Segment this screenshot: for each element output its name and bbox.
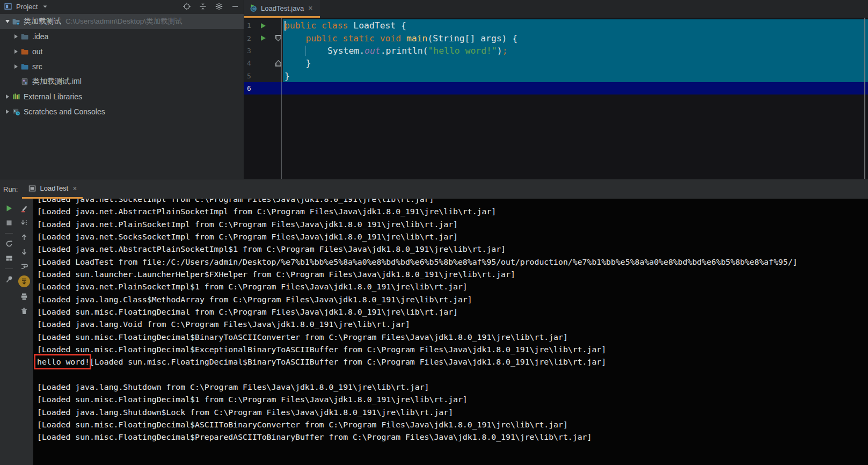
fold-marker-icon[interactable] [269, 35, 283, 41]
editor-scrollbar[interactable] [864, 18, 865, 179]
rerun-attach-button[interactable] [4, 238, 14, 249]
console-line: [Loaded sun.launcher.LauncherHelper$FXHe… [37, 268, 868, 280]
code-line-2[interactable]: 2 public static void main(String[] args)… [244, 32, 868, 44]
run-panel-header: Run: LoadTest × [0, 179, 868, 199]
rerun-button[interactable] [4, 203, 14, 214]
code-token: } [285, 58, 311, 68]
code-token [285, 33, 305, 43]
code-line-6[interactable]: 6 [244, 82, 868, 95]
module-file-icon [20, 77, 29, 86]
pencil-button[interactable] [19, 203, 30, 214]
run-tab-label: LoadTest [40, 184, 68, 192]
code-editor[interactable]: 1public class LoadTest {2 public static … [244, 18, 868, 179]
arrow-right-icon[interactable] [12, 64, 20, 69]
soft-wrap-button[interactable] [19, 261, 30, 272]
up-icon [20, 233, 28, 242]
code-token: } [285, 71, 290, 81]
libraries-icon [12, 92, 20, 101]
hide-panel-icon[interactable] [231, 2, 239, 11]
play-icon [5, 204, 13, 213]
code-line-text[interactable]: System.out.println("hello word!"); [283, 45, 868, 57]
scratches-icon [12, 107, 20, 116]
code-line-1[interactable]: 1public class LoadTest { [244, 19, 868, 32]
close-icon[interactable]: × [308, 4, 312, 12]
run-line-icon[interactable] [257, 23, 269, 28]
tree-item-idea[interactable]: .idea [0, 29, 244, 44]
editor-area: LoadTest.java × 1public class LoadTest {… [244, 0, 868, 179]
scroll-to-end-button[interactable] [18, 275, 30, 287]
collapse-all-icon[interactable] [199, 2, 207, 11]
console-line: [Loaded java.lang.Void from C:\Program F… [37, 318, 868, 330]
code-line-text[interactable] [283, 82, 868, 95]
arrow-right-icon[interactable] [12, 49, 20, 54]
editor-tab-bar: LoadTest.java × [244, 0, 868, 18]
folder-idea-icon [20, 32, 29, 41]
project-tool-window: Project 类加载测试C:\Users\admin\Desktop\类加载测… [0, 0, 244, 179]
console-line: [Loaded java.net.PlainSocketImpl$1 from … [37, 280, 868, 293]
code-line-4[interactable]: 4 } [244, 57, 868, 69]
console-line: [Loaded java.lang.Shutdown$Lock from C:\… [37, 406, 868, 418]
pencil-icon [20, 204, 28, 213]
toolbar-column-run [4, 203, 14, 465]
arrow-down-icon[interactable] [3, 20, 12, 23]
run-line-icon[interactable] [257, 35, 269, 41]
gutter-fold-line [281, 18, 282, 179]
tree-item-scratches-and-consoles[interactable]: Scratches and Consoles [0, 104, 244, 119]
scroll-down-button[interactable] [19, 217, 30, 228]
arrow-right-icon[interactable] [12, 34, 20, 39]
stop-button[interactable] [4, 217, 14, 228]
restart-icon [5, 239, 13, 248]
tree-item-类加载测试[interactable]: 类加载测试C:\Users\admin\Desktop\类加载测试 [0, 14, 244, 29]
arrow-right-icon[interactable] [3, 95, 12, 99]
code-token: System. [306, 46, 364, 56]
code-token: "hello word!" [428, 46, 497, 56]
folder-src-icon [20, 62, 29, 71]
code-token: .println( [381, 46, 428, 56]
clear-all-button[interactable] [19, 306, 30, 316]
code-line-text[interactable]: } [283, 57, 868, 69]
layout-icon [5, 254, 13, 263]
tree-item-src[interactable]: src [0, 59, 244, 74]
project-panel-title[interactable]: Project [16, 3, 38, 11]
toolbar-separator [5, 268, 13, 269]
locate-file-icon[interactable] [183, 2, 191, 11]
scroll-end-icon [20, 277, 28, 286]
console-line: [Loaded sun.misc.FloatingDecimal$Excepti… [37, 343, 868, 355]
arrow-right-icon[interactable] [3, 110, 12, 114]
java-class-icon [249, 4, 258, 12]
editor-tab-loadtest[interactable]: LoadTest.java × [244, 0, 320, 18]
tree-item-external-libraries[interactable]: External Libraries [0, 89, 244, 104]
print-button[interactable] [19, 291, 30, 302]
close-icon[interactable]: × [72, 185, 77, 192]
down-icon [20, 248, 28, 256]
console-line: [Loaded java.net.SocketImpl from C:\Prog… [37, 199, 868, 205]
project-tree: 类加载测试C:\Users\admin\Desktop\类加载测试.ideaou… [0, 13, 244, 119]
code-line-text[interactable]: public static void main(String[] args) { [283, 32, 868, 44]
editor-gutter: 1 [244, 19, 283, 32]
up-stack-trace-button[interactable] [19, 232, 30, 243]
fold-marker-icon[interactable] [269, 60, 283, 67]
console-line: [Loaded sun.misc.FloatingDecimal from C:… [37, 306, 868, 318]
pin-tab-button[interactable] [4, 274, 14, 285]
code-line-3[interactable]: 3 System.out.println("hello word!"); [244, 45, 868, 57]
console-line: [Loaded sun.misc.FloatingDecimal$Prepare… [37, 431, 868, 443]
code-line-5[interactable]: 5} [244, 70, 868, 82]
restore-layout-button[interactable] [4, 253, 14, 264]
tree-item-类加载测试-iml[interactable]: 类加载测试.iml [0, 74, 244, 89]
trash-icon [20, 307, 28, 315]
code-line-text[interactable]: public class LoadTest { [283, 19, 868, 32]
editor-gutter: 5 [244, 70, 283, 82]
console-line-text: [Loaded sun.misc.FloatingDecimal$BinaryT… [90, 357, 606, 366]
tree-item-path: C:\Users\admin\Desktop\类加载测试 [65, 17, 183, 26]
tree-item-out[interactable]: out [0, 44, 244, 59]
code-line-text[interactable]: } [283, 70, 868, 82]
run-toolbar [0, 199, 33, 465]
run-tab-loadtest[interactable]: LoadTest × [22, 179, 83, 199]
chevron-down-icon[interactable] [41, 2, 49, 11]
console-line: [Loaded java.net.AbstractPlainSocketImpl… [37, 243, 868, 255]
editor-tab-label: LoadTest.java [261, 4, 304, 12]
settings-gear-icon[interactable] [215, 2, 223, 11]
run-tool-window: Run: LoadTest × [Loaded java.net.SocketI… [0, 179, 868, 465]
down-stack-trace-button[interactable] [19, 246, 30, 257]
console-output[interactable]: [Loaded java.net.SocketImpl from C:\Prog… [33, 199, 868, 465]
